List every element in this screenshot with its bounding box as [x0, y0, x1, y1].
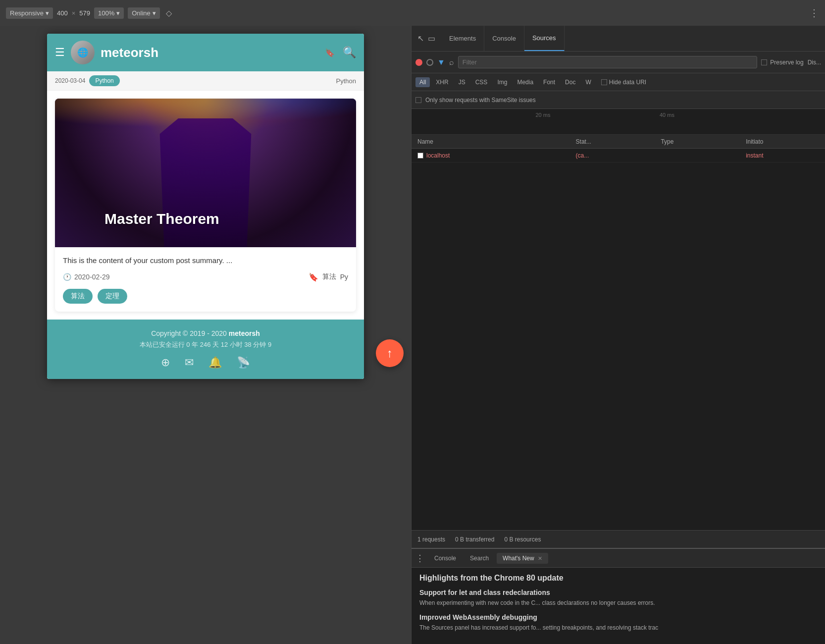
- tab-console-bottom-label: Console: [434, 555, 456, 562]
- preserve-log-checkbox[interactable]: [761, 59, 767, 65]
- devtools-bottom-tabs: ⋮ Console Search What's New ✕: [412, 549, 825, 568]
- type-btn-w[interactable]: W: [581, 77, 595, 87]
- whats-new-content: Highlights from the Chrome 80 update Sup…: [412, 568, 825, 644]
- col-initiator[interactable]: Initiato: [740, 138, 825, 145]
- tab-whatsnew-bottom[interactable]: What's New ✕: [497, 553, 548, 564]
- row-initiator: instant: [740, 152, 825, 159]
- tab-whatsnew-bottom-label: What's New: [503, 555, 534, 562]
- search-icon[interactable]: 🔍: [343, 46, 356, 59]
- bottom-more-icon[interactable]: ⋮: [415, 553, 424, 564]
- table-row[interactable]: localhost (ca... instant: [412, 149, 825, 162]
- tab-console-label: Console: [492, 35, 516, 42]
- bell-icon[interactable]: 🔔: [208, 356, 222, 369]
- device-icon[interactable]: ▭: [428, 34, 435, 43]
- network-table-header: Name Stat... Type Initiato: [412, 135, 825, 149]
- col-type[interactable]: Type: [655, 138, 740, 145]
- responsive-selector[interactable]: Responsive ▾: [6, 7, 53, 19]
- whats-new-title: Highlights from the Chrome 80 update: [419, 574, 817, 583]
- network-selector[interactable]: Online ▾: [128, 7, 160, 19]
- record-button[interactable]: [415, 59, 422, 66]
- status-resources: 0 B resources: [504, 536, 541, 543]
- mobile-frame: ☰ 🌐 meteorsh 🔖 🔍 2020-03-04 Python: [47, 34, 364, 379]
- footer-icons: ⊕ ✉ 🔔 📡: [55, 356, 356, 369]
- height-value[interactable]: 579: [79, 9, 90, 17]
- post-tag-py: Py: [340, 273, 348, 281]
- whats-new-item-2-desc: The Sources panel has increased support …: [419, 623, 817, 632]
- type-btn-all[interactable]: All: [415, 77, 430, 87]
- stop-button[interactable]: [426, 59, 433, 66]
- tab-close-icon[interactable]: ✕: [538, 555, 542, 561]
- footer-brand: meteorsh: [229, 329, 260, 337]
- main-area: ☰ 🌐 meteorsh 🔖 🔍 2020-03-04 Python: [0, 26, 825, 644]
- cursor-icon[interactable]: ↖: [417, 34, 424, 43]
- hide-data-url-control: Hide data URI: [601, 79, 646, 86]
- whats-new-item-2: Improved WebAssembly debugging The Sourc…: [419, 613, 817, 632]
- github-icon[interactable]: ⊕: [161, 356, 170, 369]
- tab-console[interactable]: Console: [484, 26, 524, 51]
- hide-data-url-label: Hide data URI: [609, 79, 646, 86]
- devtools-tabs: ↖ ▭ Elements Console Sources: [412, 26, 825, 52]
- status-transferred: 0 B transferred: [455, 536, 494, 543]
- type-btn-xhr[interactable]: XHR: [432, 77, 452, 87]
- whats-new-item-1-title: Support for let and class redeclarations: [419, 589, 817, 596]
- type-btn-js[interactable]: JS: [455, 77, 469, 87]
- tab-console-bottom[interactable]: Console: [428, 553, 462, 564]
- type-btn-font[interactable]: Font: [539, 77, 559, 87]
- capture-icon[interactable]: ◇: [166, 8, 172, 18]
- row-status: (ca...: [570, 152, 655, 159]
- timeline-20ms: 20 ms: [536, 112, 551, 118]
- type-btn-img[interactable]: Img: [493, 77, 511, 87]
- filter-input[interactable]: [458, 56, 757, 68]
- row-name-text: localhost: [426, 152, 450, 159]
- tab-sources[interactable]: Sources: [524, 26, 565, 51]
- preserve-log-control: Preserve log: [761, 59, 803, 66]
- breadcrumb-tag[interactable]: Python: [89, 75, 119, 86]
- post-title: Master Theorem: [104, 211, 219, 227]
- rss-icon[interactable]: 📡: [237, 356, 250, 369]
- scroll-top-fab[interactable]: ↑: [376, 339, 404, 367]
- row-initiator-text: instant: [746, 152, 763, 159]
- breadcrumb-area: 2020-03-04 Python Python: [47, 71, 364, 91]
- search-network-icon[interactable]: ⌕: [449, 58, 454, 67]
- breadcrumb-date: 2020-03-04: [55, 77, 85, 84]
- site-logo: 🌐: [71, 41, 95, 64]
- type-btn-doc[interactable]: Doc: [561, 77, 579, 87]
- more-options-icon[interactable]: ⋮: [809, 7, 819, 19]
- tab-search-bottom[interactable]: Search: [464, 553, 495, 564]
- timeline-40ms: 40 ms: [660, 112, 674, 118]
- preserve-log-label: Preserve log: [770, 59, 803, 66]
- filter-icon[interactable]: ▼: [437, 58, 445, 67]
- tab-search-bottom-label: Search: [470, 555, 489, 562]
- email-icon[interactable]: ✉: [185, 356, 194, 369]
- post-date: 🕐 2020-02-29: [63, 273, 110, 281]
- menu-icon[interactable]: ☰: [55, 46, 65, 59]
- type-btn-media[interactable]: Media: [513, 77, 537, 87]
- arrow-up-icon: ↑: [387, 346, 393, 360]
- site-footer: Copyright © 2019 - 2020 meteorsh 本站已安全运行…: [47, 320, 364, 379]
- col-name[interactable]: Name: [412, 138, 570, 145]
- footer-uptime: 本站已安全运行 0 年 246 天 12 小时 38 分钟 9: [55, 340, 356, 349]
- devtools-filter-bar: ▼ ⌕ Preserve log Dis...: [412, 52, 825, 73]
- badge-theorem[interactable]: 定理: [98, 289, 127, 304]
- whats-new-item-2-title: Improved WebAssembly debugging: [419, 613, 817, 621]
- zoom-label: 100%: [98, 9, 114, 17]
- network-label: Online: [132, 9, 151, 17]
- devtools-panel: ↖ ▭ Elements Console Sources ▼ ⌕ Preserv…: [411, 26, 825, 644]
- zoom-selector[interactable]: 100% ▾: [94, 7, 124, 19]
- samesite-checkbox[interactable]: [415, 97, 421, 103]
- tab-elements[interactable]: Elements: [441, 26, 484, 51]
- site-logo-inner: 🌐: [71, 41, 95, 64]
- footer-copyright: Copyright © 2019 - 2020 meteorsh: [55, 329, 356, 337]
- devtools-tool-icons: ↖ ▭: [412, 34, 441, 43]
- row-status-text: (ca...: [576, 152, 589, 159]
- devtools-samesite-bar: Only show requests with SameSite issues: [412, 91, 825, 109]
- type-btn-css[interactable]: CSS: [471, 77, 492, 87]
- hide-data-url-checkbox[interactable]: [601, 79, 607, 85]
- badge-algo[interactable]: 算法: [63, 289, 93, 304]
- row-name: localhost: [412, 152, 570, 159]
- width-value[interactable]: 400: [57, 9, 68, 17]
- site-header-left: ☰ 🌐 meteorsh: [55, 41, 158, 64]
- tab-elements-label: Elements: [449, 35, 476, 42]
- bookmark-icon[interactable]: 🔖: [325, 48, 335, 57]
- col-status[interactable]: Stat...: [570, 138, 655, 145]
